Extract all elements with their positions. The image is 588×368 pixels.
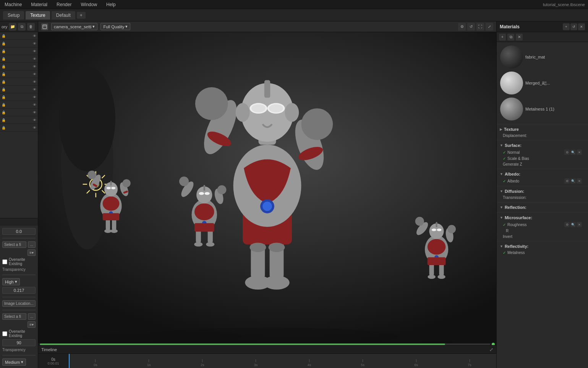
menu-material[interactable]: Material bbox=[29, 1, 49, 8]
ruler-mark-1s: 1s bbox=[122, 359, 176, 367]
arrow-btn-1[interactable]: ≡▾ bbox=[28, 249, 36, 256]
layer-row[interactable]: 🔒 👁 bbox=[0, 101, 38, 109]
reflectivity-section-header[interactable]: ▼ Reflectivity: bbox=[500, 243, 585, 250]
search-sm-icon[interactable]: 🔍 bbox=[570, 222, 576, 227]
timeline-ruler[interactable]: 0s 1s 2s 3s bbox=[69, 354, 496, 368]
viewport-content[interactable] bbox=[38, 32, 496, 345]
eye-icon: 👁 bbox=[33, 118, 36, 122]
layer-row[interactable]: 🔒 👁 bbox=[0, 63, 38, 70]
tab-add[interactable]: + bbox=[77, 12, 86, 19]
select-file-btn-1[interactable]: Select a fi bbox=[2, 241, 26, 248]
arrow-btn-2[interactable]: ≡▾ bbox=[28, 321, 36, 328]
generate-z-label: Generate Z bbox=[503, 162, 522, 166]
close-sm-icon[interactable]: ✕ bbox=[577, 178, 582, 184]
material-name-merged: Merged_ã¦¦... bbox=[525, 81, 550, 85]
refresh-icon[interactable]: ↺ bbox=[467, 23, 475, 31]
tab-texture[interactable]: Texture bbox=[26, 11, 50, 20]
timeline-expand-btn[interactable]: ⤢ bbox=[489, 347, 493, 352]
roughness-icons: ⚙ 🔍 ✕ bbox=[564, 222, 582, 227]
layer-row[interactable]: 🔒 👁 bbox=[0, 55, 38, 63]
menu-machine[interactable]: Machine bbox=[3, 1, 23, 8]
reflection-section: ▼ Reflection: bbox=[497, 202, 588, 212]
microsurface-section-header[interactable]: ▼ Microsurface: bbox=[500, 214, 585, 221]
svg-point-81 bbox=[415, 217, 424, 226]
value-90[interactable]: 90 bbox=[2, 339, 36, 346]
quality-value[interactable]: 0.217 bbox=[2, 287, 36, 294]
albedo-section-header[interactable]: ▼ Albedo: bbox=[500, 171, 585, 177]
dots-btn-1[interactable]: ... bbox=[28, 241, 36, 248]
fullscreen-icon[interactable]: ⤢ bbox=[486, 23, 493, 31]
file-title: tutorial_scene.tbscene bbox=[543, 2, 585, 7]
svg-rect-84 bbox=[429, 262, 434, 275]
microsurface-section: ▼ Microsurface: ✓ Roughness ⚙ 🔍 ✕ R Inve… bbox=[497, 212, 588, 241]
menu-help[interactable]: Help bbox=[105, 1, 117, 8]
layer-row[interactable]: 🔒 👁 bbox=[0, 109, 38, 116]
layer-row[interactable]: 🔒 👁 bbox=[0, 70, 38, 78]
medium-dropdown[interactable]: Medium ▾ bbox=[2, 358, 26, 366]
folder-icon-btn[interactable]: 📁 bbox=[9, 23, 16, 31]
refresh-material-btn[interactable]: ↺ bbox=[570, 23, 577, 30]
dots-btn-2[interactable]: ... bbox=[28, 313, 36, 320]
overwrite-checkbox-2[interactable] bbox=[2, 331, 7, 336]
close-sm-icon[interactable]: ✕ bbox=[577, 150, 582, 155]
triangle-down-icon: ▼ bbox=[500, 189, 503, 193]
eye-icon: 👁 bbox=[33, 65, 36, 68]
settings-sm-icon[interactable]: ⚙ bbox=[564, 178, 570, 184]
settings-sm-icon[interactable]: ⚙ bbox=[564, 222, 570, 227]
settings-icon[interactable]: ⚙ bbox=[458, 23, 466, 31]
add-material-btn[interactable]: + bbox=[563, 23, 570, 30]
layer-scrollbar[interactable] bbox=[0, 218, 38, 226]
search-sm-icon[interactable]: 🔍 bbox=[570, 178, 576, 184]
settings-sm-icon[interactable]: ⚙ bbox=[564, 150, 570, 155]
menu-window[interactable]: Window bbox=[79, 1, 99, 8]
reflection-section-header[interactable]: ▼ Reflection: bbox=[500, 204, 585, 211]
image-location-btn[interactable]: Image Location... bbox=[2, 300, 36, 307]
layer-row[interactable]: 🔒 👁 bbox=[0, 124, 38, 132]
material-swatch-fabric[interactable]: fabric_mat bbox=[499, 44, 586, 70]
roughness-row: ✓ Roughness ⚙ 🔍 ✕ bbox=[500, 221, 585, 228]
layer-row[interactable]: 🔒 👁 bbox=[0, 32, 38, 40]
delete-icon-btn[interactable]: 🗑 bbox=[27, 23, 35, 31]
tab-default[interactable]: Default bbox=[52, 11, 75, 20]
layer-row[interactable]: 🔒 👁 bbox=[0, 40, 38, 47]
eye-icon: 👁 bbox=[33, 57, 36, 61]
camera-label[interactable]: camera_scene_setti ▾ bbox=[51, 23, 97, 30]
svg-point-54 bbox=[233, 145, 301, 227]
reflection-label: Reflection: bbox=[505, 205, 526, 210]
material-swatch-metalness[interactable]: Metalness 1 (1) bbox=[499, 96, 586, 122]
menu-render[interactable]: Render bbox=[55, 1, 73, 8]
char-small-left bbox=[87, 171, 130, 233]
mat-tool-3[interactable]: ✕ bbox=[516, 34, 523, 41]
svg-point-4 bbox=[59, 67, 115, 171]
layer-row[interactable]: 🔒 👁 bbox=[0, 86, 38, 93]
svg-point-3 bbox=[61, 76, 113, 249]
tab-setup[interactable]: Setup bbox=[3, 11, 24, 20]
layer-row[interactable]: 🔒 👁 bbox=[0, 78, 38, 86]
chevron-down-icon: ▾ bbox=[125, 24, 128, 29]
close-material-btn[interactable]: ✕ bbox=[578, 23, 585, 30]
close-sm-icon[interactable]: ✕ bbox=[577, 222, 582, 227]
search-sm-icon[interactable]: 🔍 bbox=[570, 150, 576, 155]
surface-section-header[interactable]: ▼ Surface: bbox=[500, 142, 585, 149]
svg-point-5 bbox=[90, 178, 102, 191]
diffusion-section-header[interactable]: ▼ Diffusion: bbox=[500, 188, 585, 195]
select-file-btn-2[interactable]: Select a fi bbox=[2, 313, 26, 320]
material-swatch-merged[interactable]: Merged_ã¦¦... bbox=[499, 70, 586, 96]
texture-section-header[interactable]: ▶ Texture bbox=[500, 126, 585, 133]
timeline-playhead[interactable] bbox=[69, 354, 70, 368]
copy-icon-btn[interactable]: ⧉ bbox=[18, 23, 26, 31]
overwrite-checkbox-1[interactable] bbox=[2, 259, 7, 264]
quality-dropdown[interactable]: High ▾ bbox=[2, 278, 20, 285]
layer-row[interactable]: 🔒 👁 bbox=[0, 47, 38, 55]
expand-icon[interactable]: ⛶ bbox=[476, 23, 484, 31]
albedo-label: Albedo: bbox=[505, 172, 520, 176]
chevron-down-icon: ▾ bbox=[21, 360, 23, 365]
mat-tool-2[interactable]: ⧉ bbox=[507, 34, 514, 41]
quality-dropdown-viewport[interactable]: Full Quality ▾ bbox=[100, 23, 130, 30]
layer-row[interactable]: 🔒 👁 bbox=[0, 93, 38, 101]
svg-point-58 bbox=[289, 116, 329, 174]
value-field-1[interactable]: 0.0 bbox=[2, 228, 36, 235]
scale-bias-row: ✓ Scale & Bias bbox=[500, 156, 585, 161]
layer-row[interactable]: 🔒 👁 bbox=[0, 116, 38, 124]
mat-tool-1[interactable]: + bbox=[499, 34, 506, 41]
